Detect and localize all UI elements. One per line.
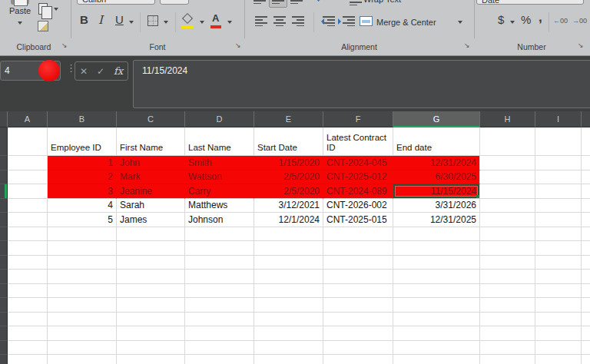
grid-cell[interactable]: Mark xyxy=(117,170,185,185)
grid-cell[interactable] xyxy=(393,270,480,284)
grid-cell[interactable] xyxy=(323,227,393,242)
grid-cell[interactable] xyxy=(185,298,254,313)
grid-cell[interactable] xyxy=(117,341,185,356)
row-header[interactable] xyxy=(0,199,8,213)
header-cell[interactable]: Employee ID xyxy=(48,127,117,156)
underline-button[interactable]: U xyxy=(115,13,124,26)
grid-cell[interactable] xyxy=(480,326,535,341)
header-cell[interactable] xyxy=(535,127,582,156)
grid-cell[interactable]: Carry xyxy=(185,184,254,199)
grid-cell[interactable] xyxy=(8,170,48,185)
grid-cell[interactable] xyxy=(185,270,254,284)
header-cell[interactable]: First Name xyxy=(117,127,185,156)
font-color-button[interactable]: A xyxy=(212,12,219,24)
bottom-align-icon[interactable] xyxy=(290,0,303,4)
grid-cell[interactable] xyxy=(8,313,48,327)
grid-cell[interactable] xyxy=(582,184,590,199)
grid-cell[interactable] xyxy=(535,313,582,327)
top-align-icon[interactable] xyxy=(254,0,266,4)
grid-cell[interactable] xyxy=(582,199,590,213)
header-cell[interactable] xyxy=(8,127,48,156)
grid-cell[interactable] xyxy=(254,270,323,284)
grid-cell[interactable] xyxy=(8,298,48,313)
grid-cell[interactable] xyxy=(480,199,535,213)
borders-dropdown-chevron-icon[interactable] xyxy=(164,21,168,26)
grid-cell[interactable]: CNT-2026-002 xyxy=(323,199,393,213)
row-header[interactable] xyxy=(0,227,8,242)
grid-cell[interactable] xyxy=(323,270,393,284)
grid-cell[interactable]: 12/31/2025 xyxy=(393,213,480,227)
font-color-swatch[interactable] xyxy=(210,25,221,28)
grid-cell[interactable] xyxy=(393,341,480,356)
grid-cell[interactable] xyxy=(185,256,254,270)
insert-function-icon[interactable]: fx xyxy=(114,65,123,77)
grid-cell[interactable] xyxy=(480,270,535,284)
grid-cell[interactable] xyxy=(254,256,323,270)
column-header-G[interactable]: G xyxy=(393,111,480,127)
header-cell[interactable]: End date xyxy=(393,127,480,156)
number-dialog-launcher-icon[interactable]: ↘ xyxy=(578,42,584,49)
column-header-C[interactable]: C xyxy=(117,111,185,127)
grid-cell[interactable] xyxy=(535,227,582,242)
percent-style-button[interactable]: % xyxy=(521,13,531,26)
grid-cell[interactable] xyxy=(480,355,535,364)
column-header-I[interactable]: I xyxy=(535,111,582,127)
grid-cell[interactable] xyxy=(117,227,185,242)
row-header[interactable] xyxy=(0,341,8,356)
copy-dropdown-chevron-icon[interactable] xyxy=(54,8,58,13)
grid-cell[interactable] xyxy=(582,313,590,327)
grid-cell[interactable] xyxy=(117,298,185,313)
paste-icon[interactable] xyxy=(11,0,29,5)
grid-cell[interactable] xyxy=(582,270,590,284)
grid-cell[interactable] xyxy=(8,227,48,242)
grid-cell[interactable] xyxy=(393,227,480,242)
grid-cell[interactable] xyxy=(535,256,582,270)
grid-cell[interactable] xyxy=(48,241,117,256)
grid-cell[interactable] xyxy=(117,284,185,299)
grid-cell[interactable] xyxy=(323,284,393,299)
grid-cell[interactable]: CNT-2025-015 xyxy=(323,213,393,227)
grid-cell[interactable] xyxy=(582,156,590,170)
grid-cell[interactable] xyxy=(535,284,582,299)
decrease-indent-icon[interactable] xyxy=(323,16,335,26)
increase-indent-icon[interactable] xyxy=(343,16,355,26)
grid-cell[interactable] xyxy=(254,284,323,299)
column-header-A[interactable]: A xyxy=(8,111,48,127)
grid-cell[interactable] xyxy=(117,313,185,327)
wrap-text-icon[interactable] xyxy=(350,0,362,5)
header-cell[interactable]: Start Date xyxy=(254,127,323,156)
font-dialog-launcher-icon[interactable]: ↘ xyxy=(235,42,241,49)
format-painter-icon[interactable] xyxy=(38,21,48,31)
grid-cell[interactable]: Smith xyxy=(185,156,254,170)
font-size-combobox[interactable] xyxy=(160,0,189,5)
grid-cell[interactable] xyxy=(582,341,590,356)
row-header[interactable] xyxy=(0,156,8,170)
grid-cell[interactable]: 3 xyxy=(48,184,117,199)
italic-button[interactable]: I xyxy=(98,13,103,27)
grid-cell[interactable] xyxy=(393,241,480,256)
grid-cell[interactable]: 3/12/2021 xyxy=(254,199,323,213)
grid-cell[interactable] xyxy=(323,298,393,313)
grid-cell[interactable] xyxy=(48,284,117,299)
header-cell[interactable] xyxy=(582,127,590,156)
header-cell[interactable] xyxy=(480,127,535,156)
grid-cell[interactable]: Wattson xyxy=(185,170,254,185)
grid-cell[interactable] xyxy=(480,256,535,270)
font-color-dropdown-chevron-icon[interactable] xyxy=(227,21,232,26)
grid-cell[interactable] xyxy=(48,227,117,242)
grid-cell[interactable] xyxy=(48,313,117,327)
grid-cell[interactable] xyxy=(254,227,323,242)
enter-icon[interactable]: ✓ xyxy=(97,66,104,77)
grid-cell[interactable]: 11/15/2024 xyxy=(393,184,480,199)
grid-cell[interactable] xyxy=(480,341,535,356)
row-header[interactable] xyxy=(0,326,8,341)
copy-icon[interactable] xyxy=(38,3,48,15)
grid-cell[interactable] xyxy=(185,284,254,299)
grid-cell[interactable] xyxy=(323,326,393,341)
grid-cell[interactable] xyxy=(480,241,535,256)
row-header[interactable] xyxy=(0,355,8,364)
row-header[interactable] xyxy=(0,298,8,313)
grid-cell[interactable] xyxy=(48,355,117,364)
grid-cell[interactable] xyxy=(480,156,535,170)
header-cell[interactable]: Last Name xyxy=(185,127,254,156)
